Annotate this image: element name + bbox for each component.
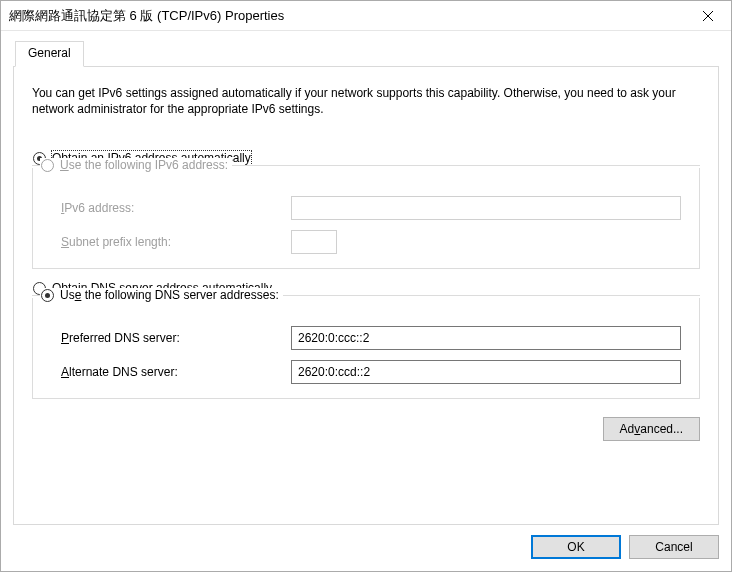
label-ipv6-address: IPv6 address: [61,201,291,215]
radio-ip-manual[interactable]: Use the following IPv6 address: [40,158,232,172]
radio-icon [41,289,54,302]
content-area: General You can get IPv6 settings assign… [1,31,731,571]
cancel-button[interactable]: Cancel [629,535,719,559]
dialog-footer: OK Cancel [13,535,719,559]
label-prefix-length: Subnet prefix length: [61,235,291,249]
radio-dns-manual-label: Use the following DNS server addresses: [60,288,279,302]
input-preferred-dns[interactable] [291,326,681,350]
label-alternate-dns: Alternate DNS server: [61,365,291,379]
intro-text: You can get IPv6 settings assigned autom… [32,85,700,117]
window-title: 網際網路通訊協定第 6 版 (TCP/IPv6) Properties [9,7,685,25]
tab-strip: General [13,41,719,67]
close-button[interactable] [685,1,731,31]
field-ipv6-address: IPv6 address: [61,196,681,220]
field-prefix-length: Subnet prefix length: [61,230,681,254]
input-ipv6-address [291,196,681,220]
tab-panel-general: You can get IPv6 settings assigned autom… [13,66,719,525]
field-alternate-dns: Alternate DNS server: [61,360,681,384]
titlebar: 網際網路通訊協定第 6 版 (TCP/IPv6) Properties [1,1,731,31]
tab-general[interactable]: General [15,41,84,67]
group-dns-manual: Use the following DNS server addresses: … [32,298,700,399]
tab-container: General You can get IPv6 settings assign… [13,41,719,525]
field-preferred-dns: Preferred DNS server: [61,326,681,350]
group-ip-manual: Use the following IPv6 address: IPv6 add… [32,168,700,269]
close-icon [703,11,713,21]
radio-icon [41,159,54,172]
advanced-row: Advanced... [32,417,700,441]
input-alternate-dns[interactable] [291,360,681,384]
advanced-button[interactable]: Advanced... [603,417,700,441]
label-preferred-dns: Preferred DNS server: [61,331,291,345]
radio-dns-manual[interactable]: Use the following DNS server addresses: [40,288,283,302]
ok-button[interactable]: OK [531,535,621,559]
input-prefix-length [291,230,337,254]
radio-ip-manual-label: Use the following IPv6 address: [60,158,228,172]
